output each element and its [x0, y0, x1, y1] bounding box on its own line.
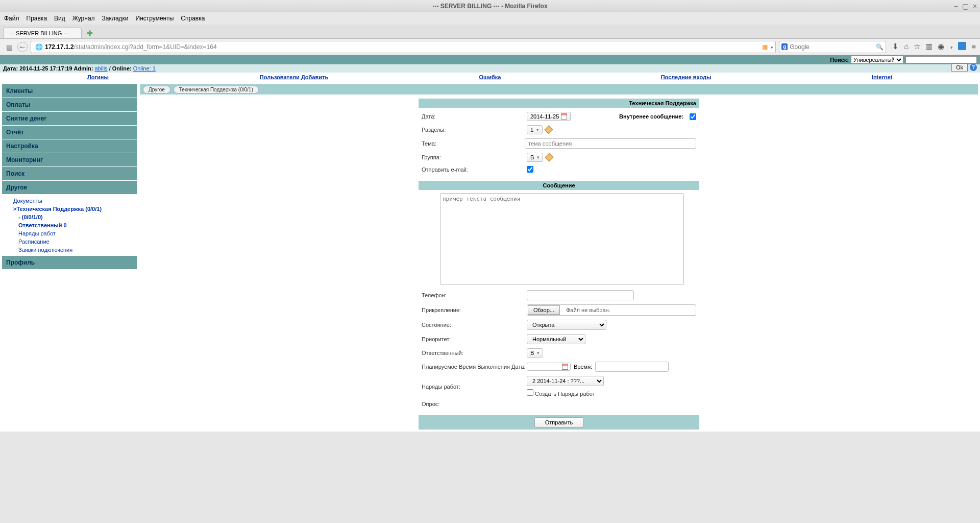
sidebar-item-payments[interactable]: Оплаты: [2, 98, 137, 112]
sendmail-checkbox[interactable]: [527, 166, 533, 173]
help-icon[interactable]: ?: [970, 64, 977, 71]
menu-history[interactable]: Журнал: [72, 15, 95, 22]
nav-error[interactable]: Ошибка: [392, 73, 588, 82]
group-select[interactable]: В: [527, 153, 543, 162]
content-area: Другое Техническая Поддержка (0/0/1) Тех…: [140, 84, 978, 430]
edit-group-icon[interactable]: [545, 153, 554, 162]
label-date: Дата:: [422, 113, 527, 120]
admin-link[interactable]: abills: [95, 65, 108, 72]
back-icon[interactable]: ←: [17, 42, 28, 52]
maximize-icon[interactable]: ▢: [962, 2, 969, 10]
sub-support[interactable]: >Техническая Поддержка (0/0/1): [10, 205, 133, 213]
date-picker[interactable]: 2014-11-25: [527, 112, 571, 121]
tag-other[interactable]: Другое: [143, 86, 170, 93]
google-icon: g: [781, 43, 788, 50]
sidebar-toggle-icon[interactable]: ▤: [4, 42, 14, 52]
browser-tab[interactable]: --- SERVER BILLING ---: [3, 28, 82, 38]
url-bar[interactable]: 🌐 172.17.1.2/stat/admin/index.cgi?add_fo…: [31, 41, 776, 53]
label-priority: Приоритет:: [422, 336, 527, 342]
search-input[interactable]: [790, 43, 876, 51]
sidebar-item-search[interactable]: Поиск: [2, 167, 137, 181]
sidebar-item-other[interactable]: Другое: [2, 181, 137, 195]
sidebar-item-report[interactable]: Отчёт: [2, 126, 137, 139]
nav-users-add[interactable]: Пользователи Добавить: [196, 73, 392, 82]
create-orders-wrap: Создать Наряды работ: [527, 389, 632, 397]
new-tab-icon[interactable]: ✚: [84, 28, 96, 38]
url-text: 172.17.1.2/stat/admin/index.cgi?add_form…: [45, 43, 762, 51]
menu-view[interactable]: Вид: [54, 15, 65, 22]
label-responsible: Ответственный:: [422, 350, 527, 356]
url-dropdown-icon[interactable]: [770, 43, 773, 51]
sidebar-item-withdraw[interactable]: Снятие денег: [2, 112, 137, 126]
priority-select[interactable]: Нормальный: [527, 334, 585, 344]
sub-requests[interactable]: Заявки подключения: [10, 246, 133, 254]
search-type-select[interactable]: Универсальный: [851, 56, 903, 64]
browser-toolbar: ▤ ← 🌐 172.17.1.2/stat/admin/index.cgi?ad…: [0, 39, 980, 55]
label-attach: Прикрепление:: [422, 307, 527, 313]
menu-help[interactable]: Справка: [181, 15, 205, 22]
search-label: Поиск:: [830, 57, 849, 63]
menu-bookmarks[interactable]: Закладки: [102, 15, 129, 22]
search-go-icon[interactable]: 🔍: [876, 43, 884, 51]
hamburger-icon[interactable]: ≡: [971, 42, 976, 52]
browse-button[interactable]: Обзор...: [528, 305, 560, 315]
close-icon[interactable]: ×: [973, 2, 977, 10]
menu-tools[interactable]: Инструменты: [136, 15, 174, 22]
tabbar: --- SERVER BILLING --- ✚: [0, 25, 980, 39]
window-title: --- SERVER BILLING --- - Mozilla Firefox: [432, 3, 547, 10]
responsible-select[interactable]: В: [527, 348, 543, 358]
search-bar[interactable]: g 🔍: [779, 41, 886, 53]
planned-date-input[interactable]: [527, 363, 571, 371]
sidebar-item-profile[interactable]: Профиль: [2, 256, 137, 270]
tab-title: --- SERVER BILLING ---: [9, 30, 69, 36]
home-icon[interactable]: ⌂: [904, 42, 909, 52]
sub-dash[interactable]: - (0/0/1/0): [10, 213, 133, 221]
sub-schedule[interactable]: Расписание: [10, 237, 133, 246]
nav-internet[interactable]: Internet: [784, 73, 980, 82]
globe-icon: 🌐: [35, 43, 43, 51]
sidebar-item-settings[interactable]: Настройка: [2, 139, 137, 153]
time-input[interactable]: [595, 362, 669, 372]
label-orders: Наряды работ:: [422, 384, 527, 390]
menu-file[interactable]: Файл: [4, 15, 19, 22]
create-orders-checkbox[interactable]: [527, 389, 533, 396]
message-textarea[interactable]: [440, 193, 684, 285]
addon-icon[interactable]: ◉: [938, 42, 944, 52]
phone-input[interactable]: [527, 290, 634, 300]
label-subject: Тема:: [422, 140, 525, 147]
sub-documents[interactable]: Документы: [10, 197, 133, 205]
subject-input[interactable]: [525, 138, 696, 149]
page-search-input[interactable]: [905, 56, 977, 63]
nav-links: Логины Пользователи Добавить Ошибка Посл…: [0, 73, 980, 82]
sidebar-item-monitoring[interactable]: Мониторинг: [2, 153, 137, 167]
ok-button[interactable]: Ok: [951, 63, 968, 72]
minimize-icon[interactable]: −: [954, 2, 958, 10]
sections-select[interactable]: 1: [527, 125, 543, 134]
label-planned: Планируемое Время Выполнения Дата:: [422, 364, 527, 370]
nav-logins[interactable]: Логины: [0, 73, 196, 82]
calendar-icon: [561, 113, 567, 120]
more-icon[interactable]: [949, 42, 953, 52]
rss-icon[interactable]: ▦: [762, 43, 768, 51]
bookmarks-icon[interactable]: ▥: [925, 42, 933, 52]
state-select[interactable]: Открыта: [527, 320, 606, 330]
submit-button[interactable]: Отправить: [534, 417, 584, 427]
screenshot-icon[interactable]: [958, 42, 966, 52]
internal-checkbox[interactable]: [690, 113, 696, 120]
breadcrumb-bar: Другое Техническая Поддержка (0/0/1): [140, 84, 978, 94]
label-state: Состояние:: [422, 322, 527, 328]
edit-sections-icon[interactable]: [545, 126, 553, 134]
star-icon[interactable]: ☆: [914, 42, 920, 52]
orders-select[interactable]: 2 2014-11-24 : ???...: [527, 376, 604, 386]
sub-responsible[interactable]: Ответственный 0: [10, 221, 133, 229]
online-link[interactable]: Online: 1: [133, 65, 156, 72]
menu-edit[interactable]: Правка: [27, 15, 47, 22]
calendar-icon: [562, 364, 568, 370]
menubar: Файл Правка Вид Журнал Закладки Инструме…: [0, 12, 980, 25]
label-group: Группа:: [422, 154, 527, 160]
sub-orders[interactable]: Наряды работ: [10, 229, 133, 237]
sidebar-item-clients[interactable]: Клиенты: [2, 84, 137, 98]
download-icon[interactable]: ⬇: [892, 42, 899, 52]
tag-support[interactable]: Техническая Поддержка (0/0/1): [174, 86, 259, 93]
nav-last-logins[interactable]: Последние входы: [588, 73, 784, 82]
